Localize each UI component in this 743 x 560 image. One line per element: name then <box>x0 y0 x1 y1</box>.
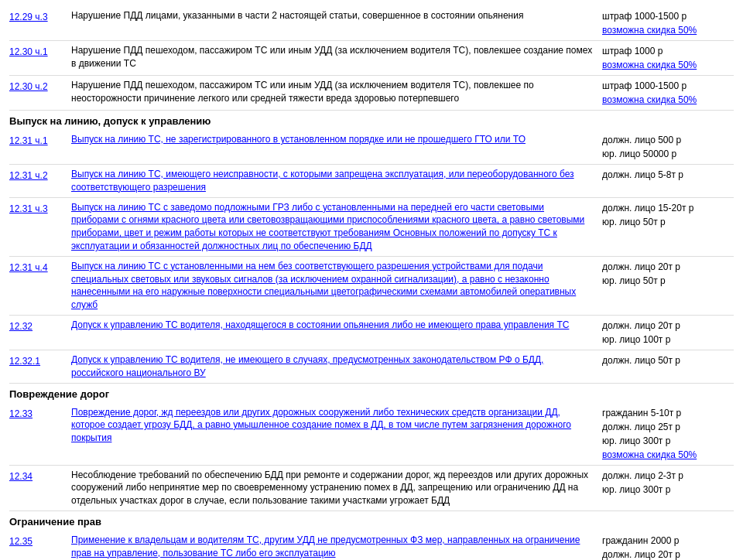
fine-line: должн. лицо 20т р <box>602 260 734 274</box>
description-link[interactable]: Допуск к управлению ТС водителя, не имею… <box>71 354 543 378</box>
description-link[interactable]: Выпуск на линию ТС, не зарегистрированно… <box>71 134 526 145</box>
article-link[interactable]: 12.29 ч.3 <box>9 9 71 24</box>
discount-link[interactable]: возможна скидка 50% <box>602 93 734 107</box>
fine-line: юр. лицо 50т р <box>602 215 734 229</box>
description-link[interactable]: Допуск к управлению ТС водителя, находящ… <box>71 319 569 330</box>
section-header-ogranichenie: Ограничение прав <box>9 511 734 531</box>
table-row: 12.34 Несоблюдение требований по обеспеч… <box>9 466 734 511</box>
article-link[interactable]: 12.34 <box>9 469 71 483</box>
article-link[interactable]: 12.31 ч.4 <box>9 260 71 275</box>
description-link[interactable]: Применение к владельцам и водителям ТС, … <box>71 534 580 558</box>
fine-line: юр. лицо 50т р <box>602 274 734 288</box>
row-description: Выпуск на линию ТС, не зарегистрированно… <box>71 133 602 146</box>
description-link[interactable]: Выпуск на линию ТС с заведомо подложными… <box>71 202 584 251</box>
table-section-ogranichenie: 12.35 Применение к владельцам и водителя… <box>9 531 734 560</box>
row-fine: штраф 1000 р возможна скидка 50% <box>602 44 734 72</box>
fine-line: штраф 1000-1500 р <box>602 79 734 93</box>
table-row: 12.33 Повреждение дорог, жд переездов ил… <box>9 403 734 466</box>
row-fine: штраф 1000-1500 р возможна скидка 50% <box>602 79 734 107</box>
row-fine: должн. лицо 50т р <box>602 353 734 367</box>
row-description: Выпуск на линию ТС, имеющего неисправнос… <box>71 168 602 194</box>
article-link[interactable]: 12.30 ч.2 <box>9 79 71 94</box>
table-row: 12.30 ч.2 Нарушение ПДД пешеходом, пасса… <box>9 76 734 111</box>
row-description: Допуск к управлению ТС водителя, не имею… <box>71 353 602 380</box>
row-description: Выпуск на линию ТС с заведомо подложными… <box>71 201 602 253</box>
fine-line: должн. лицо 50т р <box>602 353 734 367</box>
fine-line: должн. лицо 5-8т р <box>602 168 734 182</box>
row-fine: должн. лицо 5-8т р <box>602 168 734 182</box>
row-fine: должн. лицо 20т р юр. лицо 50т р <box>602 260 734 288</box>
fine-line: должн. лицо 500 р <box>602 133 734 147</box>
table-section-top: 12.29 ч.3 Нарушение ПДД лицами, указанны… <box>9 6 734 111</box>
row-description: Несоблюдение требований по обеспечению Б… <box>71 469 602 507</box>
fine-line: юр. лицо 100т р <box>602 333 734 347</box>
row-fine: должн. лицо 20т р юр. лицо 100т р <box>602 319 734 347</box>
table-row: 12.32 Допуск к управлению ТС водителя, н… <box>9 316 734 350</box>
discount-link[interactable]: возможна скидка 50% <box>602 58 734 72</box>
row-fine: гражданин 5-10т р должн. лицо 25т р юр. … <box>602 406 734 462</box>
row-fine: должн. лицо 2-3т р юр. лицо 300т р <box>602 469 734 497</box>
fine-line: гражданин 2000 р <box>602 534 734 548</box>
fine-line: должн. лицо 25т р <box>602 420 734 434</box>
row-fine: должн. лицо 500 р юр. лицо 50000 р <box>602 133 734 161</box>
row-description: Нарушение ПДД пешеходом, пассажиром ТС и… <box>71 79 602 105</box>
row-description: Нарушение ПДД лицами, указанными в части… <box>71 9 602 22</box>
article-link[interactable]: 12.30 ч.1 <box>9 44 71 59</box>
discount-link[interactable]: возможна скидка 50% <box>602 448 734 462</box>
fine-line: штраф 1000 р <box>602 44 734 58</box>
row-fine: штраф 1000-1500 р возможна скидка 50% <box>602 9 734 37</box>
fine-line: юр. лицо 300т р <box>602 483 734 497</box>
row-description: Нарушение ПДД пешеходом, пассажиром ТС и… <box>71 44 602 70</box>
table-row: 12.31 ч.4 Выпуск на линию ТС с установле… <box>9 257 734 316</box>
table-row: 12.31 ч.1 Выпуск на линию ТС, не зарегис… <box>9 130 734 165</box>
fine-line: юр. лицо 50000 р <box>602 147 734 161</box>
row-description: Применение к владельцам и водителям ТС, … <box>71 534 602 560</box>
section-header-vipusk: Выпуск на линию, допуск к управлению <box>9 111 734 130</box>
section-header-povrezhdenie: Повреждение дорог <box>9 384 734 403</box>
article-link[interactable]: 12.32 <box>9 319 71 333</box>
fine-line: должн. лицо 20т р <box>602 319 734 333</box>
table-row: 12.31 ч.2 Выпуск на линию ТС, имеющего н… <box>9 165 734 198</box>
description-link[interactable]: Повреждение дорог, жд переездов или друг… <box>71 407 571 444</box>
table-row: 12.32.1 Допуск к управлению ТС водителя,… <box>9 350 734 384</box>
table-row: 12.30 ч.1 Нарушение ПДД пешеходом, пасса… <box>9 41 734 76</box>
row-description: Выпуск на линию ТС с установленными на н… <box>71 260 602 312</box>
fine-line: должн. лицо 2-3т р <box>602 469 734 483</box>
table-section-vipusk: 12.31 ч.1 Выпуск на линию ТС, не зарегис… <box>9 130 734 384</box>
table-section-povrezhdenie: 12.33 Повреждение дорог, жд переездов ил… <box>9 403 734 511</box>
row-fine: гражданин 2000 р должн. лицо 20т р <box>602 534 734 560</box>
fine-line: должн. лицо 20т р <box>602 548 734 560</box>
table-row: 12.35 Применение к владельцам и водителя… <box>9 531 734 560</box>
article-link[interactable]: 12.31 ч.1 <box>9 133 71 148</box>
row-description: Допуск к управлению ТС водителя, находящ… <box>71 319 602 332</box>
row-fine: должн. лицо 15-20т р юр. лицо 50т р <box>602 201 734 229</box>
fine-line: должн. лицо 15-20т р <box>602 201 734 215</box>
fine-line: гражданин 5-10т р <box>602 406 734 420</box>
fine-line: юр. лицо 300т р <box>602 434 734 448</box>
table-row: 12.29 ч.3 Нарушение ПДД лицами, указанны… <box>9 6 734 41</box>
description-link[interactable]: Выпуск на линию ТС с установленными на н… <box>71 261 576 310</box>
fine-line: штраф 1000-1500 р <box>602 9 734 23</box>
description-link[interactable]: Выпуск на линию ТС, имеющего неисправнос… <box>71 169 574 193</box>
article-link[interactable]: 12.31 ч.2 <box>9 168 71 183</box>
article-link[interactable]: 12.33 <box>9 406 71 421</box>
article-link[interactable]: 12.32.1 <box>9 353 71 368</box>
article-link[interactable]: 12.35 <box>9 534 71 548</box>
discount-link[interactable]: возможна скидка 50% <box>602 23 734 37</box>
article-link[interactable]: 12.31 ч.3 <box>9 201 71 216</box>
table-row: 12.31 ч.3 Выпуск на линию ТС с заведомо … <box>9 198 734 257</box>
row-description: Повреждение дорог, жд переездов или друг… <box>71 406 602 445</box>
